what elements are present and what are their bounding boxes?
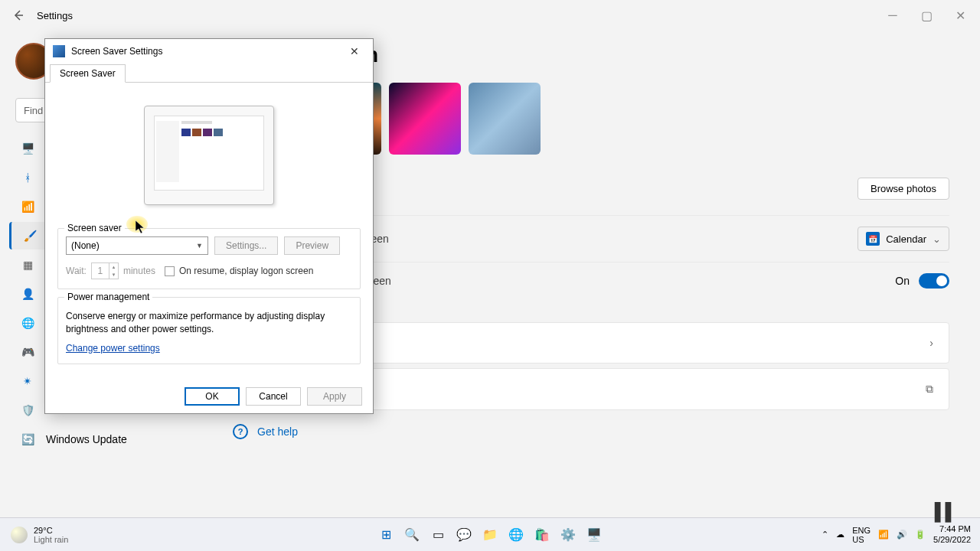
calendar-label: Calendar (886, 233, 926, 245)
update-icon: 🔄 (20, 432, 35, 447)
person-icon: 👤 (20, 286, 35, 302)
change-power-link[interactable]: Change power settings (66, 343, 160, 354)
toggle-state-label: On (895, 275, 910, 287)
settings-button[interactable]: Settings... (214, 236, 278, 255)
edge-icon[interactable]: 🌐 (505, 524, 527, 546)
external-link-icon: ⧉ (926, 383, 933, 396)
explorer-icon[interactable]: 📁 (479, 524, 501, 546)
onedrive-icon[interactable]: ☁ (836, 530, 844, 540)
fieldset-label: Power management (64, 292, 152, 302)
paintbrush-icon: 🖌️ (22, 228, 38, 243)
language-indicator[interactable]: ENG US (852, 526, 871, 544)
app-icon[interactable]: 🖥️ (583, 524, 605, 546)
taskbar: 29°C Light rain ⊞ 🔍 ▭ 💬 📁 🌐 🛍️ ⚙️ 🖥️ ⌃ ☁… (0, 517, 980, 551)
start-button[interactable]: ⊞ (375, 524, 397, 546)
wait-label: Wait: (66, 266, 87, 276)
window-title: Settings (37, 10, 73, 21)
close-button[interactable]: ✕ (946, 5, 974, 26)
chat-icon[interactable]: 💬 (453, 524, 475, 546)
wallpaper-thumb-3[interactable] (389, 83, 461, 155)
ok-button[interactable]: OK (185, 387, 240, 406)
wallpaper-thumb-4[interactable] (469, 83, 541, 155)
accessibility-icon: ✴ (20, 373, 35, 389)
wifi-tray-icon[interactable]: 📶 (878, 530, 889, 540)
clock[interactable]: 7:44 PM 5/29/2022 (933, 524, 971, 544)
wifi-icon: 📶 (20, 199, 35, 214)
get-help-link[interactable]: ? Get help (230, 424, 949, 439)
bluetooth-icon: ᚼ (20, 170, 35, 185)
get-help-label: Get help (257, 425, 298, 438)
calendar-dropdown[interactable]: 📅 Calendar ⌄ (858, 227, 949, 251)
apps-icon: ▦ (20, 257, 35, 272)
weather-icon (11, 527, 28, 543)
back-button[interactable] (6, 3, 31, 28)
dialog-icon (53, 45, 65, 57)
task-view-button[interactable]: ▭ (427, 524, 449, 546)
volume-tray-icon[interactable]: 🔊 (897, 530, 907, 540)
dialog-title: Screen Saver Settings (71, 46, 162, 57)
dialog-close-button[interactable]: ✕ (344, 44, 365, 59)
chevron-down-icon: ▼ (196, 242, 203, 249)
wait-spinner[interactable]: ▲▼ (91, 262, 119, 279)
spin-up[interactable]: ▲ (109, 263, 118, 271)
wait-input[interactable] (92, 263, 109, 279)
apply-button[interactable]: Apply (307, 387, 362, 406)
spin-down[interactable]: ▼ (109, 271, 118, 279)
cancel-button[interactable]: Cancel (246, 387, 301, 406)
pause-icon: ▌▌ (935, 502, 956, 522)
sidebar-item-label: Windows Update (46, 433, 127, 445)
sidebar-item-windows-update[interactable]: 🔄Windows Update (9, 425, 211, 453)
system-icon: 🖥️ (20, 141, 35, 156)
gamepad-icon: 🎮 (20, 344, 35, 360)
settings-icon[interactable]: ⚙️ (557, 524, 579, 546)
chevron-right-icon: › (929, 337, 933, 349)
resume-checkbox[interactable] (165, 266, 175, 276)
globe-icon: 🌐 (20, 315, 35, 331)
back-arrow-icon (12, 9, 24, 21)
pm-description: Conserve energy or maximize performance … (66, 310, 352, 336)
calendar-icon: 📅 (866, 232, 880, 246)
dropdown-value: (None) (71, 240, 100, 251)
screensaver-fieldset: Screen saver (None) ▼ Settings... Previe… (57, 228, 361, 289)
minimize-button[interactable]: ─ (879, 5, 906, 26)
shield-icon: 🛡️ (20, 403, 35, 418)
dialog-titlebar[interactable]: Screen Saver Settings ✕ (45, 39, 373, 64)
search-button[interactable]: 🔍 (401, 524, 423, 546)
battery-tray-icon[interactable]: 🔋 (915, 530, 926, 540)
dialog-tab[interactable]: Screen Saver (50, 64, 126, 83)
help-icon: ? (233, 424, 248, 439)
minutes-label: minutes (123, 266, 155, 276)
chevron-down-icon: ⌄ (933, 233, 941, 245)
preview-button[interactable]: Preview (284, 236, 340, 255)
weather-cond: Light rain (34, 535, 68, 544)
fieldset-label: Screen saver (64, 223, 125, 233)
weather-temp: 29°C (34, 526, 68, 535)
store-icon[interactable]: 🛍️ (531, 524, 553, 546)
screensaver-dropdown[interactable]: (None) ▼ (66, 236, 208, 255)
weather-widget[interactable]: 29°C Light rain (0, 526, 79, 544)
resume-label: On resume, display logon screen (179, 266, 313, 276)
screen-saver-dialog: Screen Saver Settings ✕ Screen Saver Scr… (44, 38, 374, 414)
bg-picture-toggle[interactable] (919, 273, 949, 289)
browse-photos-button[interactable]: Browse photos (858, 178, 949, 200)
monitor-preview (144, 106, 274, 205)
power-mgmt-fieldset: Power management Conserve energy or maxi… (57, 297, 361, 364)
maximize-button[interactable]: ▢ (913, 5, 940, 26)
tray-chevron-icon[interactable]: ⌃ (822, 530, 828, 540)
window-titlebar: Settings ─ ▢ ✕ (0, 0, 980, 31)
